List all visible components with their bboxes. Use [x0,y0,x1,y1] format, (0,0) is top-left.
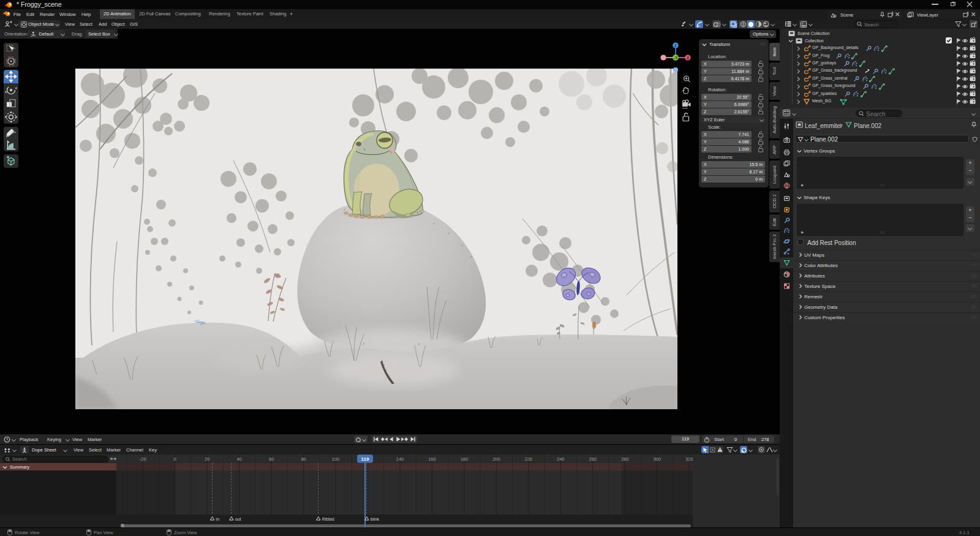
svg-text:-20: -20 [140,456,146,462]
svg-text:40: 40 [236,456,241,462]
svg-text:in: in [216,517,220,521]
svg-text:160: 160 [428,456,436,462]
svg-text:320: 320 [685,456,693,462]
svg-text:200: 200 [492,456,500,462]
svg-text:20: 20 [205,456,209,462]
svg-text:119: 119 [361,456,369,462]
svg-text:260: 260 [589,456,597,462]
svg-text:60: 60 [269,456,274,462]
svg-text:100: 100 [332,456,340,462]
svg-text:220: 220 [525,456,533,462]
svg-text:-Y: -Y [674,56,678,60]
svg-text:Ribbid: Ribbid [322,517,334,521]
svg-text:300: 300 [653,456,661,462]
svg-text:X: X [687,56,690,60]
svg-text:out: out [235,517,241,521]
svg-text:Z: Z [674,43,677,48]
svg-text:180: 180 [461,456,469,462]
svg-text:140: 140 [396,456,404,462]
svg-text:blink: blink [371,517,380,521]
svg-text:280: 280 [621,456,629,462]
svg-text:80: 80 [301,456,306,462]
svg-text:0: 0 [174,456,176,462]
svg-text:240: 240 [557,456,565,462]
